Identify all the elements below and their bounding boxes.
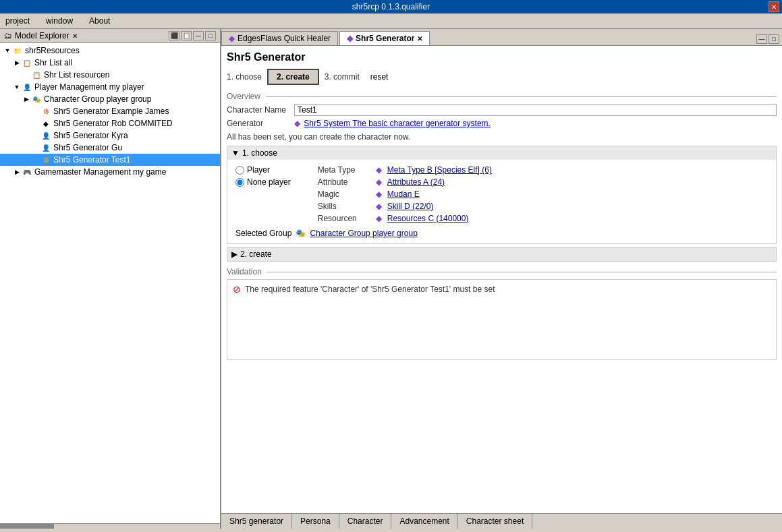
selected-group-row: Selected Group 🎭 Character Group player … <box>235 229 768 238</box>
radio-none-player: None player <box>235 177 291 187</box>
panel-title: Model Explorer <box>15 31 69 40</box>
rob-label: Shr5 Generator Rob COMMITED <box>53 119 173 128</box>
radio-player: Player <box>235 165 291 175</box>
resourcen-value[interactable]: Resources C (140000) <box>387 214 469 223</box>
tree-arrow-gamemaster[interactable]: ▶ <box>12 169 22 175</box>
char-name-row: Character Name <box>227 104 777 116</box>
selected-group-icon: 🎭 <box>296 229 306 238</box>
skills-value[interactable]: Skill D (22/0) <box>387 202 434 211</box>
choose-details: Meta Type ◆ Meta Type B [Species Elf] (6… <box>318 165 492 223</box>
tab-shr5generator-label: Shr5 Generator <box>356 34 414 43</box>
radio-none-player-input[interactable] <box>235 178 244 187</box>
step1-label[interactable]: 1. choose <box>227 72 262 82</box>
tree-item-james[interactable]: ⚙ Shr5 Generator Example James <box>0 105 220 117</box>
player-radio-group: Player None player <box>235 165 291 187</box>
tab-bar: ◆ EdgesFlaws Quick Healer ◆ Shr5 Generat… <box>221 29 782 46</box>
char-name-input[interactable] <box>294 104 777 116</box>
generator-link[interactable]: Shr5 System The basic character generato… <box>304 119 491 128</box>
choose-section-title: 1. choose <box>242 148 277 158</box>
gamemaster-icon: 🎮 <box>22 167 32 177</box>
choose-grid: Player None player Meta Type ◆ <box>235 165 768 223</box>
tree-item-rob[interactable]: ◆ Shr5 Generator Rob COMMITED <box>0 117 220 129</box>
tree-item-gamemaster[interactable]: ▶ 🎮 Gamemaster Management my game <box>0 166 220 178</box>
magic-row: Magic ◆ Mudan E <box>318 189 492 199</box>
panel-maximize-btn[interactable]: □ <box>205 31 216 40</box>
menu-project[interactable]: project <box>3 15 32 27</box>
panel-toolbar-icon2[interactable]: 📋 <box>181 31 192 40</box>
content-area: Shr5 Generator 1. choose 2. create 3. co… <box>221 46 782 513</box>
tab-shr5generator-close[interactable]: ✕ <box>417 35 422 42</box>
tree-item-playermanagement[interactable]: ▼ 👤 Player Management my player <box>0 81 220 93</box>
generator-diamond-icon: ◆ <box>294 119 300 128</box>
tree-arrow-shr5resources[interactable]: ▼ <box>3 47 12 54</box>
tree-item-test1[interactable]: ⚙ Shr5 Generator Test1 <box>0 154 220 166</box>
shrlistresourcen-label: Shr List resourcen <box>44 70 109 80</box>
choose-arrow-icon: ▼ <box>231 148 240 158</box>
overview-section-header: Overview <box>227 92 777 101</box>
shr5resources-icon: 📁 <box>12 45 23 56</box>
tree-arrow-playermanagement[interactable]: ▼ <box>12 84 22 90</box>
metatype-value[interactable]: Meta Type B [Species Elf] (6) <box>387 165 492 175</box>
tab-window-maximize[interactable]: □ <box>769 34 779 44</box>
tab-window-minimize[interactable]: — <box>756 34 767 44</box>
left-panel-scrollbar-thumb[interactable] <box>0 523 54 529</box>
bottom-tab-character[interactable]: Character <box>339 514 392 529</box>
content-title: Shr5 Generator <box>227 51 777 63</box>
magic-value[interactable]: Mudan E <box>387 189 420 199</box>
menu-bar: project window About <box>0 13 782 29</box>
panel-close-icon[interactable]: ✕ <box>72 32 78 40</box>
skills-row: Skills ◆ Skill D (22/0) <box>318 202 492 211</box>
validation-label: Validation <box>227 267 262 276</box>
tree-item-shrlistresourcen[interactable]: 📋 Shr List resourcen <box>0 69 220 81</box>
generator-label: Generator <box>227 119 294 128</box>
tree-item-chargroup[interactable]: ▶ 🎭 Character Group player group <box>0 93 220 105</box>
kyra-label: Shr5 Generator Kyra <box>53 131 128 140</box>
right-panel: ◆ EdgesFlaws Quick Healer ◆ Shr5 Generat… <box>221 29 782 529</box>
attribute-value[interactable]: Attributes A (24) <box>387 177 445 187</box>
radio-player-input[interactable] <box>235 166 244 175</box>
reset-button[interactable]: reset <box>370 72 389 82</box>
tab-shr5generator[interactable]: ◆ Shr5 Generator ✕ <box>339 31 430 45</box>
validation-divider <box>267 272 777 272</box>
info-text: All has been set, you can create the cha… <box>227 132 777 142</box>
test1-label: Shr5 Generator Test1 <box>53 155 131 165</box>
panel-header-title: 🗂 Model Explorer ✕ <box>4 31 78 40</box>
choose-section: ▼ 1. choose Player None <box>227 146 777 244</box>
tree-item-gu[interactable]: 👤 Shr5 Generator Gu <box>0 142 220 154</box>
title-close-button[interactable]: ✕ <box>769 1 779 12</box>
bottom-tab-shr5generator[interactable]: Shr5 generator <box>221 514 292 529</box>
tree-item-shr5resources[interactable]: ▼ 📁 shr5Resources <box>0 45 220 57</box>
tree-arrow-shrlistall[interactable]: ▶ <box>12 59 22 66</box>
bottom-tab-persona[interactable]: Persona <box>292 514 339 529</box>
menu-about[interactable]: About <box>86 15 113 27</box>
tree-arrow-chargroup[interactable]: ▶ <box>22 96 31 102</box>
gu-icon: 👤 <box>40 142 51 153</box>
metatype-diamond-icon: ◆ <box>376 165 382 175</box>
tree-item-kyra[interactable]: 👤 Shr5 Generator Kyra <box>0 129 220 142</box>
panel-minimize-btn[interactable]: — <box>193 31 204 40</box>
tree-item-shrlistall[interactable]: ▶ 📋 Shr List all <box>0 57 220 69</box>
create-section-header[interactable]: ▶ 2. create <box>227 247 776 261</box>
validation-section: Validation ⊘ The required feature 'Chara… <box>227 267 777 360</box>
playermanagement-label: Player Management my player <box>34 82 144 92</box>
magic-label: Magic <box>318 189 372 199</box>
panel-toolbar-icon1[interactable]: ⬛ <box>169 31 179 40</box>
panel-header: 🗂 Model Explorer ✕ ⬛ 📋 — □ <box>0 29 220 43</box>
selected-group-value[interactable]: Character Group player group <box>310 229 417 238</box>
choose-section-header[interactable]: ▼ 1. choose <box>227 146 776 160</box>
overview-label: Overview <box>227 92 260 101</box>
main-layout: 🗂 Model Explorer ✕ ⬛ 📋 — □ ▼ 📁 shr5Resou… <box>0 29 782 529</box>
tab-edgesflaws[interactable]: ◆ EdgesFlaws Quick Healer <box>221 31 338 45</box>
step3-label[interactable]: 3. commit <box>325 72 360 82</box>
chargroup-icon: 🎭 <box>31 94 42 105</box>
step2-button[interactable]: 2. create <box>267 69 319 85</box>
kyra-icon: 👤 <box>40 130 51 141</box>
rob-icon: ◆ <box>40 118 51 129</box>
menu-window[interactable]: window <box>43 15 76 27</box>
attribute-label: Attribute <box>318 177 372 187</box>
tree-container: ▼ 📁 shr5Resources ▶ 📋 Shr List all 📋 Shr… <box>0 43 220 523</box>
bottom-tab-charactersheet[interactable]: Character sheet <box>458 514 532 529</box>
attribute-diamond-icon: ◆ <box>376 177 382 187</box>
bottom-tab-advancement[interactable]: Advancement <box>391 514 457 529</box>
create-arrow-icon: ▶ <box>231 249 238 259</box>
